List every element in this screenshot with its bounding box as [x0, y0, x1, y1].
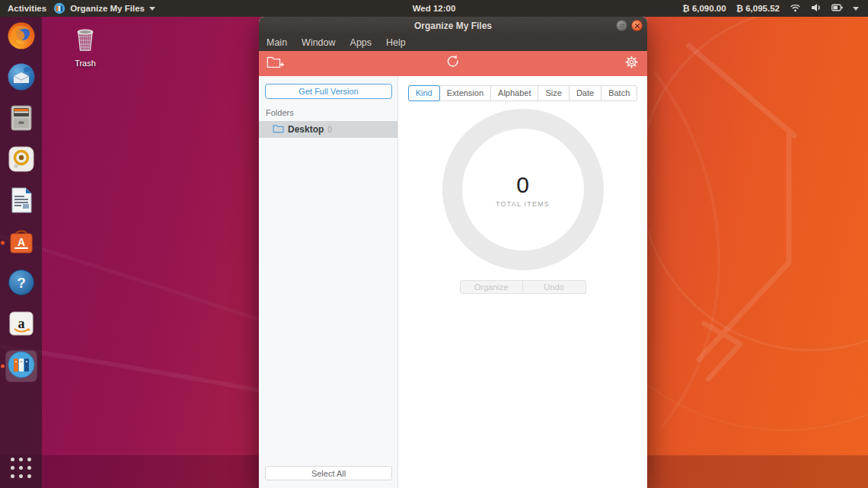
dock-item-amazon[interactable]: a — [6, 310, 37, 340]
dock: A ? a — [0, 17, 42, 488]
running-indicator — [1, 241, 5, 245]
undo-button[interactable]: Undo — [523, 280, 586, 294]
dock-item-rhythmbox[interactable] — [6, 145, 37, 176]
trash-basket-icon — [69, 44, 101, 57]
software-store-icon: A — [7, 227, 36, 259]
music-player-icon — [7, 145, 36, 177]
firefox-icon — [7, 21, 36, 53]
toolbar — [259, 51, 647, 76]
sidebar-item-desktop[interactable]: Desktop 0 — [259, 121, 397, 138]
get-full-version-button[interactable]: Get Full Version — [265, 84, 392, 99]
tab-alphabet[interactable]: Alphabet — [490, 85, 538, 101]
new-folder-button[interactable] — [266, 56, 285, 72]
dock-item-libreoffice-writer[interactable] — [6, 187, 37, 217]
select-all-button[interactable]: Select All — [265, 466, 392, 480]
btc-ticker-1[interactable]: ₿ 6,090.00 — [682, 4, 726, 13]
menu-bar: Main Window Apps Help — [259, 34, 647, 51]
file-cabinet-icon — [7, 104, 36, 136]
tab-batch[interactable]: Batch — [601, 85, 637, 101]
window-title: Organize My Files — [414, 21, 492, 31]
folder-name: Desktop — [288, 124, 324, 135]
focused-app-menu[interactable]: Organize My Files — [53, 2, 155, 14]
close-button[interactable] — [631, 20, 643, 31]
organize-my-files-window: Organize My Files Main Window Apps Help — [259, 17, 647, 488]
trash-label: Trash — [65, 59, 105, 68]
category-tabs: Kind Extension Alphabet Size Date Batch — [408, 85, 638, 101]
organize-my-files-icon — [53, 2, 65, 14]
menu-apps[interactable]: Apps — [350, 37, 372, 48]
svg-text:A: A — [17, 236, 24, 248]
activities-button[interactable]: Activities — [8, 4, 46, 13]
menu-help[interactable]: Help — [386, 37, 406, 48]
menu-window[interactable]: Window — [302, 37, 335, 48]
folder-count-badge: 0 — [327, 126, 332, 134]
dock-item-ubuntu-software[interactable]: A — [6, 228, 37, 258]
dock-item-thunderbird[interactable] — [6, 63, 37, 94]
main-content: Kind Extension Alphabet Size Date Batch … — [398, 76, 647, 488]
help-question-icon: ? — [7, 268, 36, 300]
svg-text:?: ? — [17, 275, 26, 291]
total-items-donut-chart: 0 TOTAL ITEMS — [442, 109, 604, 270]
show-applications-button[interactable] — [11, 458, 31, 478]
desktop-screen: Activities Organize My Files Wed 12:00 ₿… — [0, 0, 868, 488]
tab-size[interactable]: Size — [538, 85, 569, 101]
btc-ticker-2[interactable]: ₿ 6,095.52 — [736, 4, 780, 13]
system-menu-chevron-icon[interactable] — [853, 7, 859, 11]
volume-icon[interactable] — [811, 3, 822, 14]
refresh-button[interactable] — [445, 54, 461, 73]
sidebar: Get Full Version Folders Desktop 0 Selec… — [259, 76, 398, 488]
dock-item-firefox[interactable] — [6, 22, 37, 53]
dock-item-help[interactable]: ? — [6, 269, 37, 299]
svg-text:a: a — [18, 316, 24, 331]
wifi-icon[interactable] — [790, 4, 801, 14]
document-icon — [7, 186, 36, 218]
focused-app-label: Organize My Files — [70, 4, 145, 13]
window-titlebar[interactable]: Organize My Files — [259, 17, 647, 34]
chevron-down-icon — [149, 7, 155, 11]
organize-my-files-icon — [7, 350, 36, 382]
tab-kind[interactable]: Kind — [408, 85, 440, 101]
running-indicator — [1, 365, 5, 368]
settings-gear-button[interactable] — [625, 56, 638, 72]
total-items-value: 0 — [516, 172, 529, 198]
tab-date[interactable]: Date — [569, 85, 602, 101]
organize-button[interactable]: Organize — [460, 280, 523, 294]
amazon-icon: a — [7, 309, 36, 341]
total-items-label: TOTAL ITEMS — [496, 200, 550, 208]
dock-item-organize-my-files[interactable] — [6, 351, 37, 381]
dock-item-files[interactable] — [6, 104, 37, 135]
thunderbird-icon — [7, 62, 36, 94]
folders-header: Folders — [259, 99, 397, 121]
folder-icon — [273, 123, 284, 136]
minimize-button[interactable] — [616, 20, 627, 31]
battery-icon[interactable] — [831, 4, 843, 13]
action-buttons: Organize Undo — [460, 280, 586, 294]
clock[interactable]: Wed 12:00 — [413, 4, 456, 13]
tab-extension[interactable]: Extension — [439, 85, 491, 101]
trash-desktop-icon[interactable]: Trash — [65, 26, 105, 68]
menu-main[interactable]: Main — [266, 37, 287, 48]
top-panel: Activities Organize My Files Wed 12:00 ₿… — [0, 0, 868, 17]
